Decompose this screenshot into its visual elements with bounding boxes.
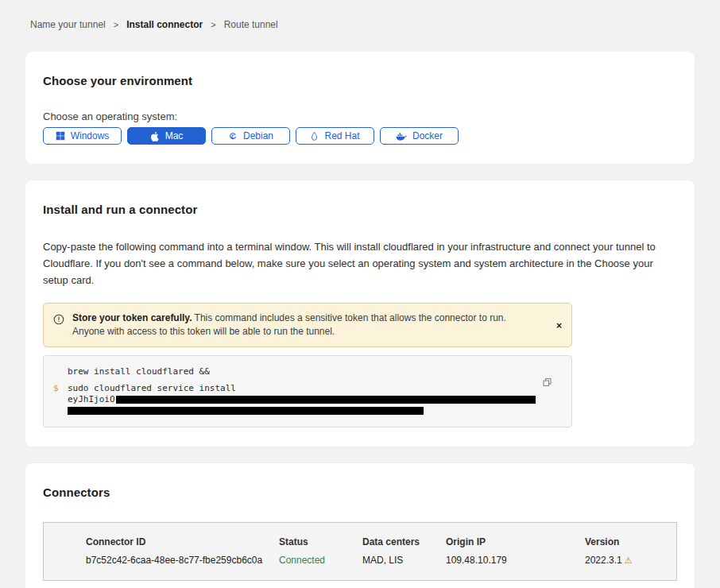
connectors-table: Connector ID Status Data centers Origin … [43,522,677,581]
install-connector-card: Install and run a connector Copy-paste t… [25,180,695,447]
os-button-label: Mac [165,130,184,141]
code-line-sudo: sudo cloudflared service install [68,383,536,394]
breadcrumb-install-connector[interactable]: Install connector [126,19,203,30]
docker-whale-icon [396,132,407,141]
code-line-token: eyJhIjoiO [68,394,536,405]
token-prefix: eyJhIjoiO [68,394,115,404]
os-button-label: Windows [71,130,110,141]
token-warning-alert: Store your token carefully. This command… [43,303,572,347]
redhat-icon [310,131,319,141]
column-header-data-centers: Data centers [362,536,446,547]
debian-swirl-icon [228,131,238,141]
os-button-group: Windows Mac Debian R [43,127,677,145]
install-card-title: Install and run a connector [43,203,677,216]
apple-icon [150,131,160,141]
token-redaction-bar [116,396,536,404]
alert-message: Store your token carefully. This command… [72,311,548,338]
connectors-card-title: Connectors [43,485,677,499]
os-select-label: Choose an operating system: [43,110,677,122]
cell-connector-id: b7c52c42-6caa-48ee-8c77-fbe259cb6c0a [86,555,279,566]
os-button-windows[interactable]: Windows [43,127,122,145]
breadcrumb-route-tunnel[interactable]: Route tunnel [224,19,278,30]
column-header-origin-ip: Origin IP [446,536,585,547]
column-header-connector-id: Connector ID [86,536,279,547]
code-line-token-2 [68,405,536,416]
os-button-mac[interactable]: Mac [127,127,206,145]
code-command-row: $ sudo cloudflared service install eyJhI… [53,383,559,416]
column-header-version: Version [585,536,664,547]
cell-data-centers: MAD, LIS [362,555,446,566]
cell-status: Connected [279,555,362,566]
version-warning-icon: ⚠ [625,555,633,565]
os-button-label: Docker [412,130,443,141]
connectors-table-header: Connector ID Status Data centers Origin … [44,523,676,547]
code-line-brew: brew install cloudflared && [53,366,559,377]
os-button-label: Red Hat [324,130,359,141]
breadcrumb-name-your-tunnel[interactable]: Name your tunnel [30,19,106,30]
connectors-card: Connectors Connector ID Status Data cent… [25,463,695,588]
os-button-docker[interactable]: Docker [380,127,459,145]
alert-title: Store your token carefully. [72,312,192,323]
copy-command-button[interactable] [542,377,552,390]
breadcrumb-separator: > [114,20,118,29]
copy-icon [542,378,552,390]
windows-icon [56,131,65,141]
breadcrumb-separator: > [211,20,215,29]
os-button-label: Debian [243,130,273,141]
install-description: Copy-paste the following command into a … [43,238,677,288]
code-command-lines: sudo cloudflared service install eyJhIjo… [68,383,536,416]
table-row: b7c52c42-6caa-48ee-8c77-fbe259cb6c0a Con… [44,547,676,580]
breadcrumb: Name your tunnel > Install connector > R… [0,0,720,30]
column-header-status: Status [279,536,362,547]
shell-prompt: $ [53,383,68,416]
token-redaction-bar [68,407,424,415]
environment-card: Choose your environment Choose an operat… [25,52,695,164]
environment-card-title: Choose your environment [43,74,677,87]
install-command-code-block: brew install cloudflared && $ sudo cloud… [43,355,572,427]
alert-circle-icon [53,314,64,328]
os-button-debian[interactable]: Debian [211,127,290,145]
alert-close-button[interactable]: × [556,321,562,331]
version-value: 2022.3.1 [585,555,622,566]
cell-origin-ip: 109.48.10.179 [446,555,585,566]
os-button-redhat[interactable]: Red Hat [296,127,374,145]
cell-version: 2022.3.1⚠ [585,555,664,566]
